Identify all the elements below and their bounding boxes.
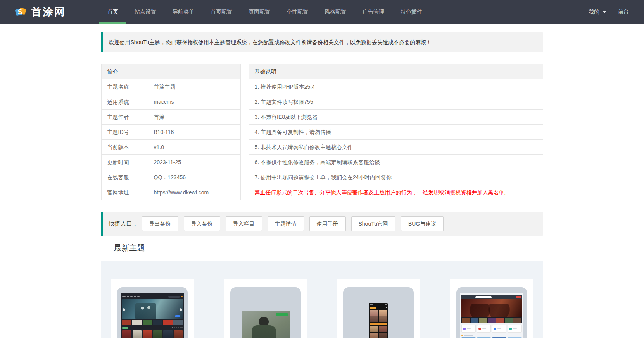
nav-item-personal-config[interactable]: 个性配置 — [278, 0, 316, 24]
official-site-url[interactable]: https://www.dkewl.com — [148, 185, 240, 200]
theme-card-4[interactable] — [450, 279, 533, 338]
row-label: 主题作者 — [101, 110, 148, 125]
latest-themes-title-row: 最新主题 — [101, 243, 543, 253]
nav-item-home-config[interactable]: 首页配置 — [202, 0, 240, 24]
intro-table-header: 简介 — [101, 64, 240, 79]
title-line-left — [101, 248, 109, 248]
row-value: B10-116 — [148, 125, 240, 140]
title-line-right — [149, 248, 543, 248]
table-row: 7. 使用中出现问题请提交工单，我们会在24小时内回复你 — [249, 170, 543, 185]
row-value: QQ：123456 — [148, 170, 240, 185]
theme-card-1[interactable] — [111, 279, 194, 338]
preview-section-header — [461, 335, 522, 336]
nav-item-my[interactable]: 我的 — [583, 9, 612, 15]
preview-search-pill — [475, 296, 492, 298]
nav-item-page-config[interactable]: 页面配置 — [240, 0, 278, 24]
table-row: 3. 不兼容IE8及以下浏览器 — [249, 110, 543, 125]
latest-themes-panel — [101, 261, 543, 338]
theme-thumbnail-3 — [343, 287, 414, 338]
preview-hero-banner — [122, 299, 183, 319]
theme-thumbnail-4 — [456, 287, 527, 338]
notes-table-header: 基础说明 — [249, 64, 543, 79]
bug-suggestion-button[interactable]: BUG与建议 — [401, 216, 444, 231]
nav-item-site-settings[interactable]: 站点设置 — [126, 0, 164, 24]
export-backup-button[interactable]: 导出备份 — [142, 216, 178, 231]
row-label: 主题ID号 — [101, 125, 148, 140]
row-value: 首涂主题 — [148, 79, 240, 94]
theme-thumbnail-1 — [117, 287, 188, 338]
preview-hero-banner — [461, 299, 522, 317]
row-label: 官网地址 — [101, 185, 148, 200]
table-row: 4. 主题具备可复制性，请勿传播 — [249, 125, 543, 140]
import-backup-button[interactable]: 导入备份 — [184, 216, 220, 231]
notes-table: 基础说明 1. 推荐使用PHP版本≥5.4 2. 主题文件读写权限755 3. … — [249, 64, 543, 200]
table-row: 当前版本v1.0 — [101, 140, 240, 155]
table-row: 6. 不提供个性化修改服务，高端定制请联系客服洽谈 — [249, 155, 543, 170]
nav-right: 我的 前台 — [583, 0, 644, 24]
note-text: 7. 使用中出现问题请提交工单，我们会在24小时内回复你 — [249, 170, 543, 185]
shoutu-official-site-button[interactable]: ShouTu官网 — [351, 216, 396, 231]
row-label: 在线客服 — [101, 170, 148, 185]
theme-card-3[interactable] — [337, 279, 420, 338]
svg-text:S: S — [18, 8, 23, 16]
preview-section-header — [122, 326, 183, 329]
table-row: 主题名称首涂主题 — [101, 79, 240, 94]
table-row: 禁止任何形式的二次出售、分享他人等侵害作者及正版用户的行为，一经发现取消授权资格… — [249, 185, 543, 200]
theme-details-button[interactable]: 主题详情 — [268, 216, 304, 231]
row-label: 适用系统 — [101, 94, 148, 110]
row-value: 2023-11-25 — [148, 155, 240, 170]
info-tables-row: 简介 主题名称首涂主题 适用系统maccms 主题作者首涂 主题ID号B10-1… — [101, 64, 543, 200]
quick-entry-bar: 快捷入口： 导出备份 导入备份 导入栏目 主题详情 使用手册 ShouTu官网 … — [101, 212, 543, 236]
row-label: 当前版本 — [101, 140, 148, 155]
nav-item-ad-management[interactable]: 广告管理 — [354, 0, 392, 24]
nav-item-my-label: 我的 — [589, 9, 599, 15]
theme-preview-video-player — [242, 311, 290, 338]
table-row: 在线客服QQ：123456 — [101, 170, 240, 185]
preview-statusbar — [370, 304, 387, 305]
table-row: 主题ID号B10-116 — [101, 125, 240, 140]
table-row: 适用系统maccms — [101, 94, 240, 110]
chevron-down-icon — [603, 11, 606, 15]
row-value: maccms — [148, 94, 240, 110]
main-nav: 首页 站点设置 导航菜单 首页配置 页面配置 个性配置 风格配置 广告管理 特色… — [99, 0, 430, 24]
row-value: 首涂 — [148, 110, 240, 125]
row-label: 主题名称 — [101, 79, 148, 94]
nav-item-nav-menu[interactable]: 导航菜单 — [164, 0, 202, 24]
preview-mobile-grid — [370, 310, 387, 338]
table-row: 官网地址https://www.dkewl.com — [101, 185, 240, 200]
note-text: 5. 非技术人员请勿私自修改主题核心文件 — [249, 140, 543, 155]
table-row: 5. 非技术人员请勿私自修改主题核心文件 — [249, 140, 543, 155]
table-row: 1. 推荐使用PHP版本≥5.4 — [249, 79, 543, 94]
logo[interactable]: S 首涂网 — [0, 0, 66, 24]
user-manual-button[interactable]: 使用手册 — [309, 216, 346, 231]
preview-thumb-strip — [122, 320, 183, 325]
theme-preview-dark-desktop — [121, 293, 184, 338]
quick-entry-label: 快捷入口： — [109, 220, 138, 228]
logo-text: 首涂网 — [31, 5, 66, 19]
nav-item-home[interactable]: 首页 — [99, 0, 126, 24]
row-label: 更新时间 — [101, 155, 148, 170]
preview-thumb-strip — [461, 317, 522, 323]
preview-green-logo — [276, 313, 288, 316]
theme-card-2[interactable] — [224, 279, 307, 338]
preview-navbar — [461, 295, 522, 299]
welcome-alert: 欢迎使用ShouTu主题，您已获得授权使用本主题管理系统，在您配置或修改文件前请… — [101, 32, 543, 52]
nav-item-frontend[interactable]: 前台 — [612, 9, 635, 15]
preview-category-cards — [461, 325, 522, 333]
import-category-button[interactable]: 导入栏目 — [226, 216, 262, 231]
nav-item-style-config[interactable]: 风格配置 — [316, 0, 354, 24]
table-row: 更新时间2023-11-25 — [101, 155, 240, 170]
note-text: 4. 主题具备可复制性，请勿传播 — [249, 125, 543, 140]
note-text: 2. 主题文件读写权限755 — [249, 94, 543, 110]
nav-item-featured-plugins[interactable]: 特色插件 — [392, 0, 430, 24]
theme-preview-mobile — [369, 303, 388, 338]
main-content: 欢迎使用ShouTu主题，您已获得授权使用本主题管理系统，在您配置或修改文件前请… — [101, 32, 543, 338]
latest-themes-title: 最新主题 — [109, 243, 149, 253]
theme-preview-light-desktop — [460, 293, 523, 338]
note-text: 6. 不提供个性化修改服务，高端定制请联系客服洽谈 — [249, 155, 543, 170]
preview-poster-grid — [122, 330, 183, 338]
note-text: 3. 不兼容IE8及以下浏览器 — [249, 110, 543, 125]
row-value: v1.0 — [148, 140, 240, 155]
note-text: 1. 推荐使用PHP版本≥5.4 — [249, 79, 543, 94]
table-row: 主题作者首涂 — [101, 110, 240, 125]
